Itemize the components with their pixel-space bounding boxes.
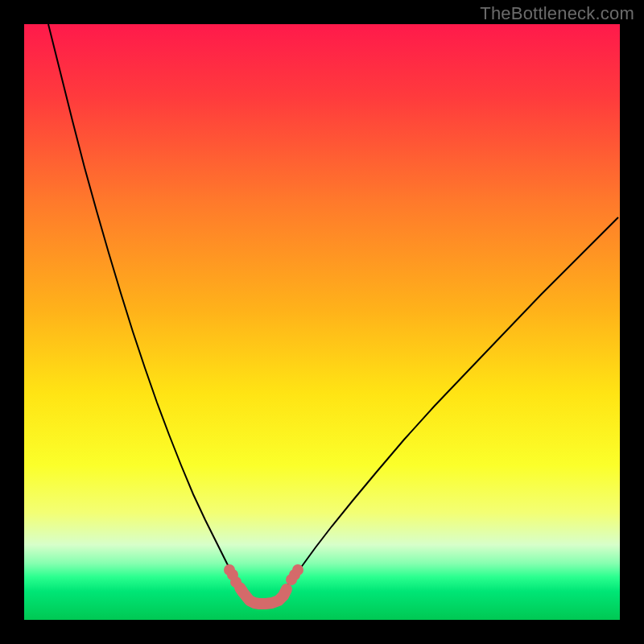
series-trough-marker <box>240 588 287 604</box>
plot-area <box>24 24 620 620</box>
watermark-text: TheBottleneck.com <box>480 3 634 24</box>
trough-dot <box>230 576 242 588</box>
chart-frame: TheBottleneck.com <box>0 0 644 644</box>
series-right-branch <box>285 217 618 589</box>
curves-layer <box>24 24 620 620</box>
series-left-branch <box>48 24 242 589</box>
trough-dot <box>292 564 303 576</box>
